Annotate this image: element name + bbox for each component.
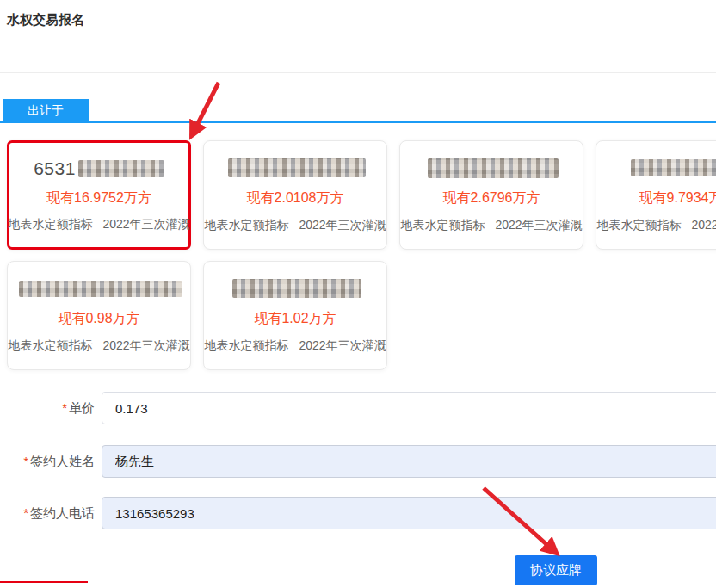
card-id bbox=[628, 157, 716, 179]
card-meta: 地表水定额指标2022年三次灌溉 bbox=[596, 218, 716, 233]
page-title: 水权交易报名 bbox=[7, 12, 84, 28]
required-asterisk: * bbox=[23, 505, 28, 520]
form-row-signer-name: *签约人姓名 bbox=[0, 445, 716, 478]
card-quota: 现有1.02万方 bbox=[254, 310, 336, 328]
required-asterisk: * bbox=[62, 400, 67, 415]
card-meta: 地表水定额指标2022年三次灌溉 bbox=[400, 218, 582, 233]
annotation-underline bbox=[0, 581, 88, 583]
redacted-text bbox=[232, 279, 361, 298]
card-quota: 现有2.0108万方 bbox=[247, 189, 344, 207]
water-right-card[interactable]: 现有1.02万方 地表水定额指标2022年三次灌溉 bbox=[203, 261, 387, 370]
agreement-listing-button[interactable]: 协议应牌 bbox=[515, 555, 597, 585]
water-right-card-list: 6531 现有16.9752万方 地表水定额指标2022年三次灌溉 现有2.01… bbox=[7, 140, 716, 370]
form-row-unit-price: *单价 bbox=[0, 392, 716, 424]
redacted-text bbox=[19, 281, 182, 297]
card-id bbox=[16, 277, 182, 300]
form-row-signer-phone: *签约人电话 bbox=[0, 497, 716, 529]
tab-underline bbox=[0, 121, 716, 123]
water-right-card[interactable]: 现有2.0108万方 地表水定额指标2022年三次灌溉 bbox=[203, 140, 387, 250]
card-quota: 现有2.6796万方 bbox=[443, 189, 540, 207]
required-asterisk: * bbox=[23, 454, 28, 468]
card-meta: 地表水定额指标2022年三次灌溉 bbox=[8, 217, 189, 232]
unit-price-label: *单价 bbox=[0, 400, 95, 417]
arrow-to-selected-card bbox=[192, 83, 219, 135]
card-id bbox=[230, 277, 361, 300]
water-right-card[interactable]: 现有0.98万方 地表水定额指标2022年三次灌溉 bbox=[7, 261, 191, 370]
redacted-text bbox=[78, 160, 164, 177]
card-quota: 现有0.98万方 bbox=[58, 310, 139, 328]
water-right-card[interactable]: 现有2.6796万方 地表水定额指标2022年三次灌溉 bbox=[399, 140, 583, 250]
card-quota: 现有9.7934万方 bbox=[639, 189, 716, 207]
redacted-text bbox=[228, 158, 366, 177]
card-meta: 地表水定额指标2022年三次灌溉 bbox=[204, 218, 386, 233]
card-quota: 现有16.9752万方 bbox=[46, 189, 151, 207]
unit-price-input[interactable] bbox=[102, 392, 716, 424]
signer-name-label: *签约人姓名 bbox=[0, 454, 95, 470]
tab-transferor[interactable]: 出让于 bbox=[3, 99, 89, 122]
card-meta: 地表水定额指标2022年三次灌溉 bbox=[204, 338, 386, 354]
signer-name-input[interactable] bbox=[102, 445, 716, 478]
water-right-card[interactable]: 6531 现有16.9752万方 地表水定额指标2022年三次灌溉 bbox=[7, 140, 191, 250]
card-id bbox=[225, 157, 366, 179]
card-id: 6531 bbox=[34, 158, 164, 180]
card-id bbox=[425, 157, 559, 179]
card-meta: 地表水定额指标2022年三次灌溉 bbox=[8, 338, 189, 354]
redacted-text bbox=[631, 159, 716, 176]
signer-phone-label: *签约人电话 bbox=[0, 505, 95, 522]
header-divider bbox=[0, 72, 716, 73]
signer-phone-input[interactable] bbox=[102, 497, 716, 529]
redacted-text bbox=[428, 158, 559, 178]
water-right-card[interactable]: 现有9.7934万方 地表水定额指标2022年三次灌溉 bbox=[596, 140, 716, 250]
